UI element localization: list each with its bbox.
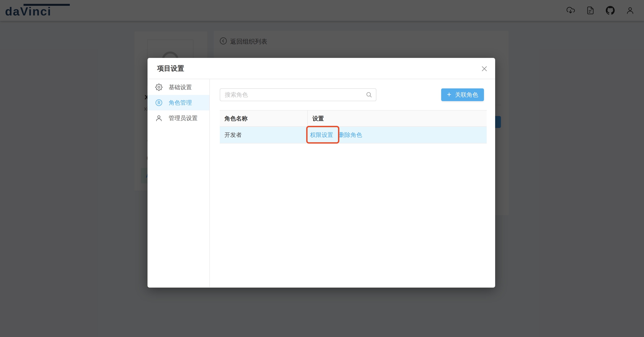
registered-icon [155, 99, 162, 106]
sidebar-item-admin-settings[interactable]: 管理员设置 [148, 110, 210, 126]
role-toolbar: + 关联角色 [220, 88, 484, 101]
user-icon [155, 114, 162, 122]
associate-role-button[interactable]: + 关联角色 [441, 88, 484, 101]
modal-header: 项目设置 [148, 58, 495, 79]
sidebar-item-role-management[interactable]: 角色管理 [148, 95, 210, 110]
project-settings-modal: 项目设置 基础设置 [148, 58, 495, 288]
sidebar-item-label: 角色管理 [169, 99, 192, 107]
table-row: 开发者 权限设置 删除角色 [220, 127, 487, 143]
sidebar-item-label: 管理员设置 [169, 114, 198, 122]
modal-sidebar: 基础设置 角色管理 [148, 79, 210, 287]
associate-role-label: 关联角色 [455, 91, 478, 99]
column-header-role-name: 角色名称 [220, 111, 307, 126]
search-field-wrap [220, 88, 376, 101]
delete-role-link[interactable]: 删除角色 [339, 131, 362, 139]
role-name-cell: 开发者 [220, 127, 307, 143]
app-root: daVinci [0, 0, 644, 337]
search-role-input[interactable] [220, 88, 376, 101]
permission-settings-link[interactable]: 权限设置 [310, 131, 333, 139]
role-table: 角色名称 设置 开发者 权限设置 删除角色 [220, 110, 487, 143]
role-management-pane: + 关联角色 角色名称 设置 开发者 权限设置 删除角色 [210, 79, 495, 287]
sidebar-item-label: 基础设置 [169, 83, 192, 91]
table-header: 角色名称 设置 [220, 111, 487, 127]
modal-title: 项目设置 [157, 64, 184, 73]
close-icon[interactable] [480, 65, 488, 73]
column-header-settings: 设置 [307, 111, 487, 126]
gear-icon [155, 84, 162, 91]
search-icon[interactable] [366, 91, 372, 99]
role-actions-cell: 权限设置 删除角色 [307, 127, 487, 143]
plus-icon: + [447, 91, 451, 98]
sidebar-item-basic-settings[interactable]: 基础设置 [148, 80, 210, 95]
modal-body: 基础设置 角色管理 [148, 79, 495, 287]
